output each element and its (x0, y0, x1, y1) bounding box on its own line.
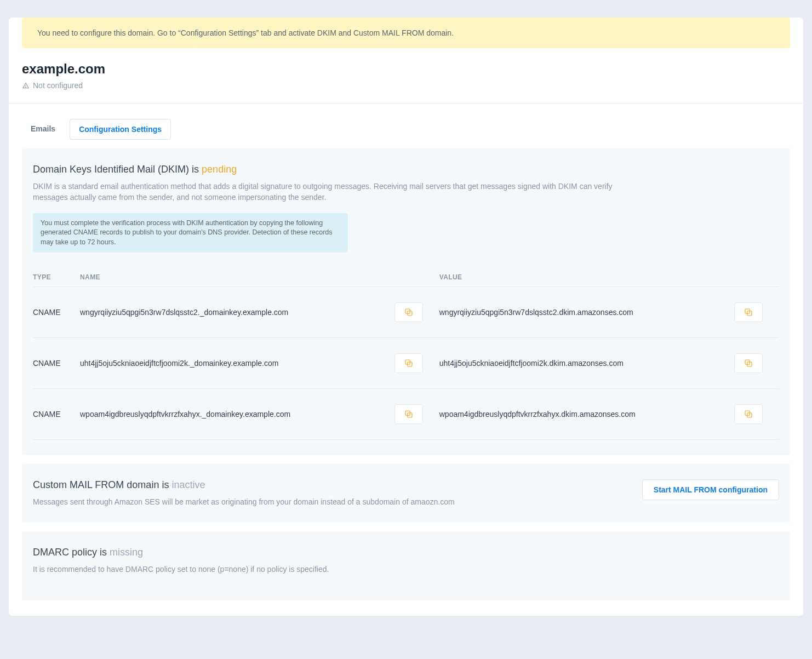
dkim-section: Domain Keys Identified Mail (DKIM) is pe… (22, 148, 790, 455)
config-alert: You need to configure this domain. Go to… (22, 18, 790, 48)
mailfrom-heading-prefix: Custom MAIL FROM domain is (33, 479, 171, 490)
copy-icon (404, 409, 414, 419)
dmarc-status: missing (110, 547, 143, 558)
copy-name-button[interactable] (394, 353, 423, 373)
cell-value: uht4jj5oju5ckniaoeidjftcfjoomi2k.dkim.am… (439, 338, 779, 389)
warning-triangle-icon (22, 82, 30, 89)
cell-name: uht4jj5oju5ckniaoeidjftcfjoomi2k._domain… (80, 338, 439, 389)
mailfrom-description: Messages sent through Amazon SES will be… (33, 496, 631, 507)
dmarc-heading: DMARC policy is missing (33, 547, 779, 558)
copy-value-button[interactable] (734, 353, 763, 373)
record-value: uht4jj5oju5ckniaoeidjftcfjoomi2k.dkim.am… (439, 359, 624, 368)
table-row: CNAMEuht4jj5oju5ckniaoeidjftcfjoomi2k._d… (33, 338, 779, 389)
record-value: wpoam4igdbreuslyqdpftvkrrzfxahyx.dkim.am… (439, 410, 636, 419)
mailfrom-heading: Custom MAIL FROM domain is inactive (33, 479, 631, 491)
alert-text: You need to configure this domain. Go to… (37, 28, 454, 37)
dkim-status: pending (202, 164, 237, 175)
copy-icon (744, 307, 753, 317)
record-name: wpoam4igdbreuslyqdpftvkrrzfxahyx._domain… (80, 410, 290, 419)
record-name: wngyrqiiyziu5qpgi5n3rw7dslqsstc2._domain… (80, 308, 288, 317)
tab-configuration-settings[interactable]: Configuration Settings (70, 119, 171, 140)
dkim-info-box: You must complete the verification proce… (33, 213, 348, 253)
col-name: NAME (80, 268, 439, 287)
domain-status: Not configured (22, 81, 790, 90)
col-type: TYPE (33, 268, 80, 287)
copy-value-button[interactable] (734, 302, 763, 322)
domain-name: example.com (22, 61, 790, 77)
dmarc-description: It is recommended to have DMARC policy s… (33, 564, 636, 575)
tab-emails[interactable]: Emails (22, 119, 64, 140)
cell-name: wngyrqiiyziu5qpgi5n3rw7dslqsstc2._domain… (80, 287, 439, 338)
domain-status-text: Not configured (33, 81, 83, 90)
table-row: CNAMEwpoam4igdbreuslyqdpftvkrrzfxahyx._d… (33, 389, 779, 440)
copy-icon (744, 409, 753, 419)
copy-name-button[interactable] (394, 302, 423, 322)
mailfrom-status: inactive (171, 479, 205, 490)
record-name: uht4jj5oju5ckniaoeidjftcfjoomi2k._domain… (80, 359, 278, 368)
dkim-heading-prefix: Domain Keys Identified Mail (DKIM) is (33, 164, 202, 175)
record-value: wngyrqiiyziu5qpgi5n3rw7dslqsstc2.dkim.am… (439, 308, 633, 317)
dmarc-heading-prefix: DMARC policy is (33, 547, 110, 558)
separator (9, 103, 803, 104)
tabs: Emails Configuration Settings (9, 110, 803, 140)
col-value: VALUE (439, 268, 779, 287)
copy-name-button[interactable] (394, 404, 423, 424)
cell-value: wpoam4igdbreuslyqdpftvkrrzfxahyx.dkim.am… (439, 389, 779, 440)
cell-type: CNAME (33, 287, 80, 338)
copy-icon (404, 307, 414, 317)
copy-icon (744, 358, 753, 368)
table-row: CNAMEwngyrqiiyziu5qpgi5n3rw7dslqsstc2._d… (33, 287, 779, 338)
dkim-records-table: TYPE NAME VALUE CNAMEwngyrqiiyziu5qpgi5n… (33, 268, 779, 440)
cell-type: CNAME (33, 389, 80, 440)
page-card: You need to configure this domain. Go to… (9, 18, 803, 616)
dkim-description: DKIM is a standard email authentication … (33, 181, 636, 203)
copy-icon (404, 358, 414, 368)
svg-point-1 (26, 87, 26, 88)
copy-value-button[interactable] (734, 404, 763, 424)
start-mailfrom-button[interactable]: Start MAIL FROM configuration (642, 479, 779, 500)
cell-type: CNAME (33, 338, 80, 389)
dkim-heading: Domain Keys Identified Mail (DKIM) is pe… (33, 164, 779, 175)
domain-header: example.com Not configured (9, 48, 803, 96)
mailfrom-section: Custom MAIL FROM domain is inactive Mess… (22, 464, 790, 523)
cell-name: wpoam4igdbreuslyqdpftvkrrzfxahyx._domain… (80, 389, 439, 440)
dmarc-section: DMARC policy is missing It is recommende… (22, 531, 790, 600)
cell-value: wngyrqiiyziu5qpgi5n3rw7dslqsstc2.dkim.am… (439, 287, 779, 338)
